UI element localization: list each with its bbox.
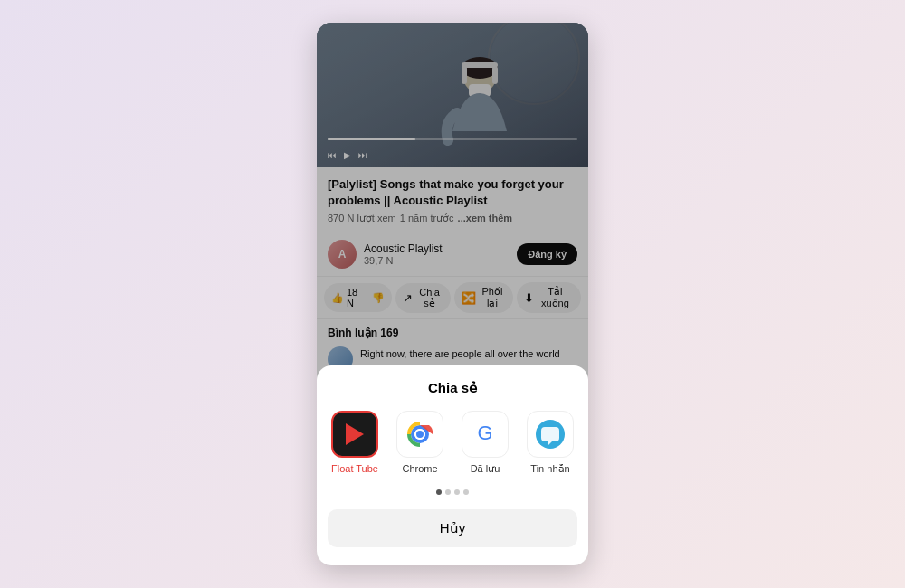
chrome-icon: [396, 411, 443, 458]
share-sheet-title: Chia sẻ: [317, 380, 588, 396]
da-luu-label: Đã lưu: [471, 463, 500, 475]
share-apps-row: Float Tube: [317, 411, 588, 475]
share-sheet: Chia sẻ Float Tube: [317, 365, 588, 565]
cancel-button[interactable]: Hủy: [328, 509, 577, 547]
page-dots: [317, 489, 588, 495]
share-app-da-luu[interactable]: G Đã lưu: [462, 411, 509, 475]
share-app-tin-nhan[interactable]: Tin nhắn: [527, 411, 574, 475]
share-app-float-tube[interactable]: Float Tube: [331, 411, 378, 475]
phone-container: ⏮ ▶ ⏭ [Palylist] Songs that make you for…: [317, 23, 588, 565]
dot-2: [445, 489, 451, 495]
dot-4: [463, 489, 469, 495]
tin-nhan-icon: [527, 411, 574, 458]
svg-point-14: [416, 431, 424, 438]
float-tube-play-triangle: [346, 423, 364, 445]
dot-3: [454, 489, 460, 495]
da-luu-icon: G: [462, 411, 509, 458]
share-app-chrome[interactable]: Chrome: [396, 411, 443, 475]
float-tube-icon: [331, 411, 378, 458]
svg-text:G: G: [477, 422, 492, 444]
tin-nhan-label: Tin nhắn: [530, 463, 569, 475]
chrome-label: Chrome: [402, 463, 437, 474]
dot-1: [436, 489, 442, 495]
float-tube-label: Float Tube: [331, 463, 378, 474]
share-overlay: Chia sẻ Float Tube: [317, 23, 588, 565]
